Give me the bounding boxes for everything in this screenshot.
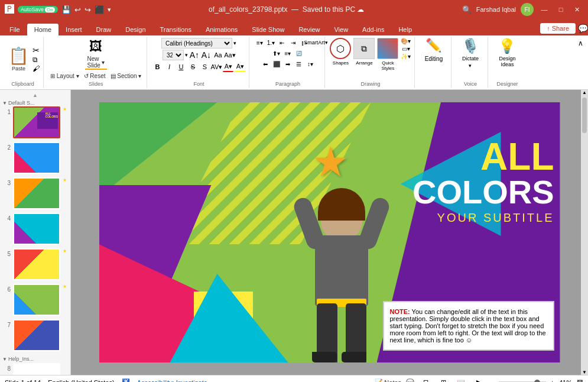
scroll-up-btn[interactable]: ▲ xyxy=(582,90,587,95)
font-size-select[interactable]: 32 xyxy=(163,50,184,60)
tab-home[interactable]: Home xyxy=(27,24,59,35)
avatar[interactable]: FI xyxy=(521,3,534,16)
highlight-button[interactable]: A▾ xyxy=(235,61,245,72)
tab-design[interactable]: Design xyxy=(118,24,152,35)
shadow-button[interactable]: S xyxy=(199,61,210,72)
numbering-button[interactable]: 1.▾ xyxy=(265,38,276,47)
fit-slide-button[interactable]: ⊠ xyxy=(577,378,583,382)
tab-view[interactable]: View xyxy=(327,24,355,35)
convert-to-smartart-button[interactable]: 🔄 xyxy=(294,48,304,58)
design-ideas-icon[interactable]: 💡 xyxy=(498,38,516,54)
cut-button[interactable]: ✂ xyxy=(33,46,40,55)
tab-review[interactable]: Review xyxy=(291,24,327,35)
slide-item-4[interactable]: 4 xyxy=(2,213,68,245)
new-slide-dropdown[interactable]: ▾ xyxy=(102,59,105,66)
zoom-out-button[interactable]: − xyxy=(490,379,493,383)
normal-view-button[interactable]: ⊟ xyxy=(419,377,432,383)
increase-indent-button[interactable]: ⇥ xyxy=(288,38,298,47)
maximize-button[interactable]: □ xyxy=(555,4,567,15)
ribbon-collapse[interactable]: ∧ xyxy=(576,37,586,88)
reading-view-button[interactable]: 📖 xyxy=(454,377,467,383)
accessibility-link[interactable]: Accessibility: Investigate xyxy=(137,379,207,383)
bullets-button[interactable]: ≡▾ xyxy=(254,38,265,47)
strikethrough-button[interactable]: S xyxy=(187,61,198,72)
slide-item-5[interactable]: 5 ★ xyxy=(2,248,68,280)
slide-item-6[interactable]: 6 ★ xyxy=(2,284,68,316)
italic-button[interactable]: I xyxy=(164,61,174,72)
text-direction-button[interactable]: ⬆▾ xyxy=(271,48,282,58)
slide-thumb-7[interactable] xyxy=(13,319,60,351)
slide-thumb-4[interactable] xyxy=(13,213,60,245)
tab-addins[interactable]: Add-ins xyxy=(355,24,391,35)
bold-button[interactable]: B xyxy=(152,61,163,72)
line-spacing-button[interactable]: ↕▾ xyxy=(305,59,316,69)
format-painter-button[interactable]: 🖌 xyxy=(33,64,40,73)
save-icon[interactable]: 💾 xyxy=(61,5,71,14)
section-collapse-icon[interactable]: ▼ xyxy=(2,101,7,106)
more-icon[interactable]: ▾ xyxy=(108,6,111,14)
slide-item-2[interactable]: 2 xyxy=(2,142,68,174)
autosave-toggle[interactable]: AutoSave On xyxy=(18,6,58,13)
undo-icon[interactable]: ↩ xyxy=(74,5,81,14)
align-text-button[interactable]: ≡▾ xyxy=(282,48,293,58)
decrease-font-button[interactable]: A↓ xyxy=(201,50,212,60)
change-case-button[interactable]: Aa▾ xyxy=(225,50,235,60)
align-center-button[interactable]: ⬛ xyxy=(271,59,282,69)
redo-icon[interactable]: ↪ xyxy=(85,5,91,14)
shapes-button[interactable]: ⬡ xyxy=(330,38,351,59)
dictate-dropdown[interactable]: ▾ xyxy=(469,63,472,69)
slide-item-8[interactable]: 8 ──────────── xyxy=(2,363,68,375)
tab-file[interactable]: File xyxy=(2,24,27,35)
slide-item-1[interactable]: 1 ALLCOLORS ★ xyxy=(2,106,68,138)
section-2-header[interactable]: ▼ Help_Ins... xyxy=(2,355,68,363)
close-button[interactable]: ✕ xyxy=(571,4,583,15)
reset-button[interactable]: ↺ Reset xyxy=(82,72,108,80)
slide-thumb-3[interactable] xyxy=(13,177,60,209)
panel-scroll-up[interactable]: ▲ xyxy=(2,92,68,98)
justify-button[interactable]: ☰ xyxy=(294,59,304,69)
align-right-button[interactable]: ➡ xyxy=(282,59,293,69)
slide-thumb-6[interactable] xyxy=(13,284,60,316)
slide-thumb-8[interactable]: ──────────── xyxy=(13,363,60,375)
new-slide-button[interactable]: 🖼 NewSlide ▾ xyxy=(85,38,107,70)
minimize-button[interactable]: — xyxy=(538,4,550,15)
search-icon[interactable]: 🔍 xyxy=(462,5,472,14)
copy-button[interactable]: ⧉ xyxy=(33,56,40,64)
slide-thumb-1[interactable]: ALLCOLORS xyxy=(13,106,60,138)
font-family-select[interactable]: Calibri (Headings) xyxy=(161,38,232,48)
layout-button[interactable]: ⊞ Layout ▾ xyxy=(48,72,81,80)
slide-item-7[interactable]: 7 xyxy=(2,319,68,351)
section-button[interactable]: ▤ Section ▾ xyxy=(109,72,144,80)
slideshow-button[interactable]: ▶ xyxy=(472,377,485,383)
scroll-down-btn[interactable]: ▼ xyxy=(582,370,587,375)
tab-draw[interactable]: Draw xyxy=(89,24,119,35)
slide-thumb-2[interactable] xyxy=(13,142,60,174)
tab-insert[interactable]: Insert xyxy=(59,24,89,35)
char-spacing-button[interactable]: AV▾ xyxy=(211,61,222,72)
underline-button[interactable]: U xyxy=(176,61,186,72)
section-1-header[interactable]: ▼ Default S... xyxy=(2,98,68,106)
slide-thumb-5[interactable] xyxy=(13,248,60,280)
notes-button[interactable]: 📝 Notes xyxy=(375,378,401,382)
share-button[interactable]: ↑ Share xyxy=(540,23,576,34)
slide-item-3[interactable]: 3 ★ xyxy=(2,177,68,209)
font-size-dropdown[interactable]: ▾ xyxy=(185,52,188,58)
decrease-indent-button[interactable]: ⇤ xyxy=(277,38,287,47)
font-family-dropdown[interactable]: ▾ xyxy=(233,40,236,46)
tab-transitions[interactable]: Transitions xyxy=(153,24,199,35)
dictate-icon[interactable]: 🎙️ xyxy=(462,38,479,54)
autosave-state[interactable]: On xyxy=(45,7,55,12)
comment-icon[interactable]: 💬 xyxy=(578,24,588,33)
tab-animations[interactable]: Animations xyxy=(199,24,245,35)
zoom-in-button[interactable]: + xyxy=(551,379,554,383)
shape-outline-button[interactable]: ▭▾ xyxy=(402,46,410,52)
shape-effects-button[interactable]: ✨▾ xyxy=(401,53,411,60)
tab-help[interactable]: Help xyxy=(391,24,419,35)
arrange-button[interactable]: ⧉ xyxy=(353,38,375,59)
quick-styles-button[interactable] xyxy=(377,38,398,59)
shape-fill-button[interactable]: 🎨▾ xyxy=(401,38,411,44)
scrollbar-thumb-v[interactable] xyxy=(582,98,587,133)
vertical-scrollbar[interactable]: ▲ ▼ xyxy=(581,90,588,375)
comments-status-button[interactable]: 💬 xyxy=(406,378,414,382)
slide-sorter-button[interactable]: ⊞ xyxy=(437,377,450,383)
